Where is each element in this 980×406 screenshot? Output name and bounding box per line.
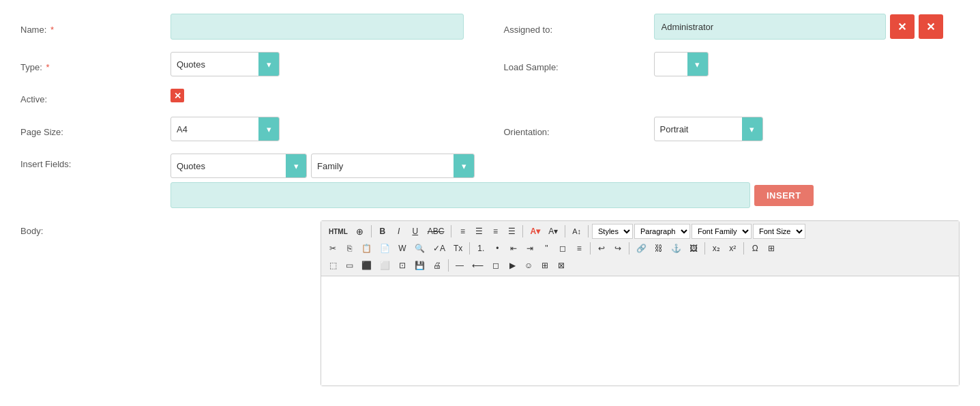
name-left: Name: * bbox=[20, 14, 477, 40]
show-blocks-btn[interactable]: ▭ bbox=[342, 258, 357, 273]
insert-button[interactable]: INSERT bbox=[754, 185, 814, 206]
highlight-btn[interactable]: A▾ bbox=[545, 224, 561, 239]
bold-btn[interactable]: B bbox=[375, 224, 390, 239]
insert-sub-select[interactable]: Family bbox=[312, 154, 454, 177]
sep3 bbox=[522, 225, 523, 237]
page-size-select[interactable]: A4 A3 Letter Legal bbox=[171, 117, 258, 141]
save-btn[interactable]: 💾 bbox=[411, 258, 428, 273]
font-size-icon-btn[interactable]: A↕ bbox=[569, 224, 584, 239]
assigned-clear-button[interactable]: ✕ bbox=[890, 14, 915, 39]
sep1 bbox=[371, 225, 372, 237]
print-btn[interactable]: 🖨 bbox=[430, 258, 445, 273]
table-insert-btn[interactable]: ⊞ bbox=[537, 258, 552, 273]
subscript-btn[interactable]: x₂ bbox=[709, 241, 724, 256]
select-all-btn[interactable]: ⊡ bbox=[395, 258, 410, 273]
justify-btn[interactable]: ≡ bbox=[571, 241, 586, 256]
insert-fields-select-wrapper: Quotes Invoice Order bbox=[170, 154, 307, 178]
page-size-arrow[interactable] bbox=[258, 117, 279, 141]
type-select-arrow[interactable] bbox=[258, 53, 279, 76]
link-btn[interactable]: 🔗 bbox=[633, 241, 650, 256]
flash-btn[interactable]: ▶ bbox=[505, 258, 520, 273]
insert-sub-arrow[interactable] bbox=[454, 154, 474, 177]
assigned-right: Assigned to: ✕ ✕ bbox=[477, 14, 960, 40]
orientation-label: Orientation: bbox=[504, 121, 654, 137]
indent-btn[interactable]: ⇥ bbox=[522, 241, 537, 256]
page-size-select-wrapper: A4 A3 Letter Legal bbox=[170, 117, 280, 141]
smiley-btn[interactable]: ☺ bbox=[521, 258, 536, 273]
anchor-btn[interactable]: ⚓ bbox=[668, 241, 685, 256]
source-btn[interactable]: ⊕ bbox=[353, 224, 368, 239]
strikethrough-btn[interactable]: ABC bbox=[424, 224, 448, 239]
table-delete-btn[interactable]: ⊠ bbox=[554, 258, 569, 273]
sep11 bbox=[448, 259, 449, 272]
image-btn[interactable]: 🖼 bbox=[686, 241, 701, 256]
paste-word-btn[interactable]: W bbox=[395, 241, 410, 256]
undo-btn[interactable]: ↩ bbox=[594, 241, 609, 256]
html-btn[interactable]: HTML bbox=[325, 224, 351, 239]
underline-btn[interactable]: U bbox=[408, 224, 423, 239]
name-input[interactable] bbox=[170, 14, 464, 40]
styles-select[interactable]: Styles bbox=[592, 224, 633, 239]
copy-btn[interactable]: ⎘ bbox=[342, 241, 357, 256]
horizontal-rule-btn[interactable]: — bbox=[452, 258, 467, 273]
assigned-input[interactable] bbox=[654, 14, 886, 40]
italic-btn[interactable]: I bbox=[391, 224, 406, 239]
body-label: Body: bbox=[20, 220, 170, 236]
align-right-btn[interactable]: ≡ bbox=[488, 224, 503, 239]
insert-fields-select[interactable]: Quotes Invoice Order bbox=[171, 154, 286, 177]
orientation-arrow[interactable] bbox=[742, 117, 762, 141]
align-left-btn[interactable]: ≡ bbox=[455, 224, 470, 239]
load-sample-right: Load Sample: bbox=[477, 52, 960, 76]
sep10 bbox=[743, 242, 744, 255]
active-label: Active: bbox=[20, 89, 170, 104]
template-btn[interactable]: ⬚ bbox=[325, 258, 340, 273]
type-left: Type: * Quotes Invoice Order Contract bbox=[20, 52, 477, 76]
page-size-label: Page Size: bbox=[20, 121, 170, 137]
cut-btn[interactable]: ✂ bbox=[325, 241, 340, 256]
ordered-list-btn[interactable]: 1. bbox=[473, 241, 488, 256]
assigned-close-button[interactable]: ✕ bbox=[919, 14, 943, 39]
maximize-btn[interactable]: ⬜ bbox=[376, 258, 394, 273]
type-select-wrapper: Quotes Invoice Order Contract bbox=[170, 52, 280, 76]
align-justify-btn[interactable]: ☰ bbox=[504, 224, 519, 239]
font-size-select[interactable]: Font Size bbox=[753, 224, 805, 239]
paste-text-btn[interactable]: 📄 bbox=[376, 241, 394, 256]
remove-format-btn[interactable]: Tx bbox=[450, 241, 466, 256]
active-row: Active: ✕ bbox=[20, 89, 960, 104]
sep9 bbox=[704, 242, 705, 255]
font-color-btn[interactable]: A▾ bbox=[526, 224, 544, 239]
form-container: Name: * Assigned to: ✕ ✕ Typ bbox=[0, 0, 980, 406]
table-btn[interactable]: ⊞ bbox=[764, 241, 779, 256]
unordered-list-btn[interactable]: • bbox=[490, 241, 505, 256]
preview-btn[interactable]: ⬛ bbox=[358, 258, 375, 273]
active-checkbox[interactable]: ✕ bbox=[170, 89, 184, 102]
page-break-btn[interactable]: ⟵ bbox=[469, 258, 487, 273]
redo-btn[interactable]: ↪ bbox=[610, 241, 625, 256]
font-family-select[interactable]: Font Family bbox=[692, 224, 752, 239]
editor-body[interactable] bbox=[321, 276, 959, 386]
type-select[interactable]: Quotes Invoice Order Contract bbox=[171, 53, 258, 76]
find-btn[interactable]: 🔍 bbox=[411, 241, 428, 256]
outdent-btn[interactable]: ⇤ bbox=[506, 241, 521, 256]
unlink-btn[interactable]: ⛓ bbox=[651, 241, 666, 256]
assigned-label: Assigned to: bbox=[504, 19, 654, 35]
load-sample-select-wrapper bbox=[654, 52, 709, 76]
load-sample-arrow[interactable] bbox=[687, 53, 708, 76]
align-center-btn[interactable]: ☰ bbox=[471, 224, 486, 239]
superscript-btn[interactable]: x² bbox=[725, 241, 740, 256]
insert-text-input[interactable] bbox=[170, 182, 750, 208]
create-div-btn[interactable]: ◻ bbox=[555, 241, 570, 256]
paragraph-select[interactable]: Paragraph bbox=[634, 224, 690, 239]
paste-btn[interactable]: 📋 bbox=[358, 241, 375, 256]
orientation-select[interactable]: Portrait Landscape bbox=[655, 117, 742, 141]
block-quote-btn[interactable]: " bbox=[539, 241, 554, 256]
iframe-btn[interactable]: ◻ bbox=[488, 258, 503, 273]
orientation-select-wrapper: Portrait Landscape bbox=[654, 117, 763, 141]
toolbar-row-1: HTML ⊕ B I U ABC ≡ ☰ ≡ ☰ A▾ A▾ A↕ bbox=[325, 224, 955, 239]
sep4 bbox=[565, 225, 565, 237]
spell-btn[interactable]: ✓A bbox=[430, 241, 449, 256]
page-size-row: Page Size: A4 A3 Letter Legal Orientatio… bbox=[20, 117, 960, 141]
special-char-btn[interactable]: Ω bbox=[747, 241, 762, 256]
load-sample-select[interactable] bbox=[655, 53, 687, 76]
insert-fields-arrow[interactable] bbox=[286, 154, 306, 177]
